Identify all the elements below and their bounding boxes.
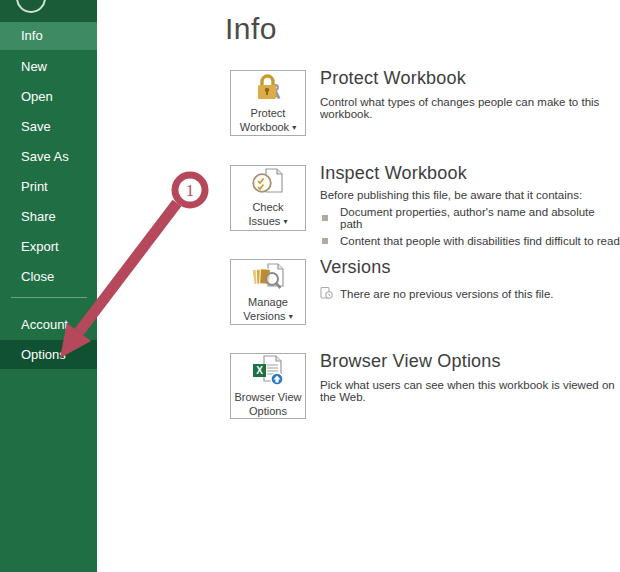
button-label: Workbook ▾ [240, 121, 296, 134]
button-label: Check [252, 201, 283, 214]
chevron-down-icon: ▾ [292, 123, 296, 132]
versions-icon [250, 262, 286, 295]
section-description: Pick what users can see when this workbo… [320, 379, 620, 403]
sidebar-item-label: Save [21, 119, 51, 134]
browser-view-options-section: Browser View Options Pick what users can… [320, 351, 620, 403]
sidebar-item-info[interactable]: Info [0, 22, 97, 50]
versions-status-text: There are no previous versions of this f… [340, 288, 554, 300]
sidebar-divider [11, 297, 87, 298]
sidebar-item-label: Close [21, 269, 54, 284]
sidebar-item-label: Share [21, 209, 56, 224]
bullet-text: Document properties, author's name and a… [340, 206, 620, 230]
button-label: Browser View [234, 391, 301, 404]
button-label: Manage [248, 296, 288, 309]
button-label: Options [249, 405, 287, 418]
bullet-square-icon [322, 215, 328, 221]
inspect-workbook-section: Inspect Workbook Before publishing this … [320, 163, 620, 247]
chevron-down-icon: ▾ [289, 312, 293, 321]
section-heading: Browser View Options [320, 351, 620, 372]
version-file-icon [320, 286, 333, 301]
backstage-sidebar: Info New Open Save Save As Print Share E… [0, 0, 97, 572]
bullet-item: Content that people with disabilities fi… [320, 235, 620, 247]
sidebar-item-label: Options [21, 347, 66, 362]
sidebar-item-options[interactable]: Options [0, 340, 97, 369]
sidebar-item-label: Print [21, 179, 48, 194]
versions-section: Versions There are no previous versions … [320, 257, 554, 301]
inspect-icon [251, 168, 285, 200]
back-icon[interactable] [16, 0, 46, 13]
sidebar-item-share[interactable]: Share [0, 202, 97, 232]
section-heading: Protect Workbook [320, 68, 620, 89]
button-label: Protect [251, 107, 286, 120]
sidebar-top-band [0, 0, 97, 22]
check-issues-button[interactable]: Check Issues ▾ [230, 165, 306, 231]
info-pane: Info Protect Workbook ▾ Protect Workbook… [97, 0, 620, 572]
browser-view-icon: X [250, 355, 286, 390]
versions-status-row: There are no previous versions of this f… [320, 286, 554, 301]
sidebar-item-label: Info [21, 28, 43, 43]
section-heading: Inspect Workbook [320, 163, 620, 184]
sidebar-item-save-as[interactable]: Save As [0, 142, 97, 172]
bullet-item: Document properties, author's name and a… [320, 206, 620, 230]
bullet-text: Content that people with disabilities fi… [340, 235, 620, 247]
section-description: Before publishing this file, be aware th… [320, 189, 620, 201]
sidebar-item-label: Open [21, 89, 53, 104]
button-label: Issues ▾ [249, 215, 288, 228]
excel-backstage-info: Info New Open Save Save As Print Share E… [0, 0, 620, 572]
page-title: Info [225, 12, 277, 46]
sidebar-item-export[interactable]: Export [0, 232, 97, 262]
lock-icon [251, 73, 285, 106]
sidebar-item-save[interactable]: Save [0, 112, 97, 142]
svg-text:X: X [256, 365, 263, 376]
sidebar-item-print[interactable]: Print [0, 172, 97, 202]
sidebar-item-open[interactable]: Open [0, 82, 97, 112]
sidebar-item-account[interactable]: Account [0, 310, 97, 340]
section-heading: Versions [320, 257, 554, 278]
section-description: Control what types of changes people can… [320, 96, 620, 120]
bullet-square-icon [322, 238, 328, 244]
button-label: Versions ▾ [243, 310, 292, 323]
sidebar-item-close[interactable]: Close [0, 262, 97, 292]
protect-workbook-section: Protect Workbook Control what types of c… [320, 68, 620, 120]
sidebar-item-label: New [21, 59, 47, 74]
manage-versions-button[interactable]: Manage Versions ▾ [230, 259, 306, 325]
chevron-down-icon: ▾ [283, 217, 287, 226]
sidebar-item-label: Export [21, 239, 59, 254]
protect-workbook-button[interactable]: Protect Workbook ▾ [230, 70, 306, 136]
browser-view-options-button[interactable]: X Browser View Options [230, 353, 306, 419]
sidebar-item-new[interactable]: New [0, 52, 97, 82]
sidebar-item-label: Account [21, 317, 68, 332]
sidebar-item-label: Save As [21, 149, 69, 164]
